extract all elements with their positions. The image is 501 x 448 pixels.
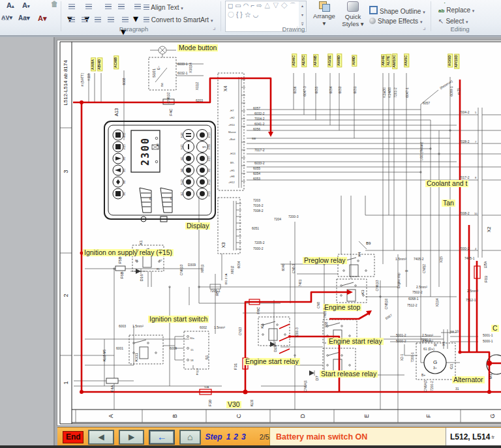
shape-glyph[interactable]: ◠	[243, 2, 251, 9]
step-word: Step	[205, 432, 222, 441]
sheet-frame	[60, 42, 501, 424]
alternator-g1-box	[416, 343, 455, 380]
columns-button[interactable]: ▾	[120, 13, 134, 25]
step-2[interactable]: 2	[234, 432, 238, 441]
window-bottom-edge	[0, 445, 501, 448]
numbering-button[interactable]: ▾	[84, 0, 97, 12]
back-arrow-icon: ←	[157, 434, 167, 440]
lcd-readout: 2300	[131, 130, 160, 172]
grow-font-button[interactable]: A▴	[7, 1, 14, 9]
step-1[interactable]: 1	[226, 432, 231, 441]
connector-x3	[218, 198, 240, 254]
shape-outline-button[interactable]: Shape Outline ▾	[369, 6, 425, 15]
model-section: L512, L514 fr	[446, 428, 501, 446]
ribbon: A▴ A▾ A̲V̲▾ Aa▾ A▾ 🗑 ▾ ▾ ▾ ▾ Align Text …	[0, 0, 501, 37]
instrument-panel-a13	[104, 121, 215, 222]
back-button[interactable]: ←	[149, 430, 174, 445]
prev-icon: ◀	[99, 432, 104, 441]
select-icon: ↖	[438, 18, 444, 25]
page-indicator: 2/5	[260, 433, 269, 441]
bullets-button[interactable]: ▾	[67, 0, 80, 12]
fuse-f6b	[115, 266, 125, 271]
ignition-switch-s1	[184, 331, 209, 369]
replace-button[interactable]: abReplace ▾	[438, 7, 474, 14]
shape-glyph[interactable]: ☆	[245, 11, 253, 18]
gauge-p6	[140, 188, 151, 213]
step-indicator: Step 123 2/5	[205, 432, 269, 441]
align-center-button[interactable]	[80, 13, 93, 25]
training-nav-bar: End ◀ ▶ ← ⌂ Step 123 2/5 Battery main sw…	[57, 427, 501, 446]
relay-k311	[129, 335, 163, 364]
shape-glyph[interactable]: ⌒	[290, 2, 298, 9]
paragraph-dialog-launcher[interactable]: ⌟	[213, 23, 216, 31]
replace-icon: ab	[438, 8, 444, 14]
shape-effects-icon	[369, 18, 376, 24]
arrow-right-indicator-icon	[115, 157, 121, 160]
shape-glyph[interactable]: ▽	[273, 2, 281, 9]
align-text-button[interactable]: Align Text ▾	[142, 4, 183, 12]
drawing-group-label: Drawing	[261, 25, 326, 33]
end-button[interactable]: End	[63, 431, 84, 443]
find-button-cropped[interactable]: ab	[441, 0, 449, 3]
prev-button[interactable]: ◀	[88, 430, 114, 445]
select-button[interactable]: ↖Select ▾	[438, 18, 468, 25]
indent-increase-button[interactable]	[116, 0, 130, 12]
shape-glyph[interactable]: 〇	[228, 11, 236, 18]
status-section: Battery main switch ON	[269, 428, 446, 446]
pane-divider[interactable]	[53, 37, 55, 445]
arrow-left-indicator-icon	[115, 168, 121, 172]
shape-glyph[interactable]: △	[264, 2, 273, 9]
paragraph-group-label: Paragraph	[98, 25, 170, 33]
slide-canvas[interactable]: Mode buttonDisplayIgnition on supply rel…	[57, 40, 501, 425]
home-button[interactable]: ⌂	[179, 430, 201, 445]
next-button[interactable]: ▶	[119, 430, 144, 445]
model-label: L512, L514	[450, 432, 490, 441]
align-right-button[interactable]	[93, 13, 106, 25]
fuse-f4a	[106, 378, 118, 383]
shape-glyph[interactable]: ◻	[228, 2, 235, 9]
arrange-icon	[318, 1, 330, 11]
status-text: Battery main switch ON	[276, 432, 367, 441]
schematic-svg	[57, 40, 501, 426]
slides-pane[interactable]	[0, 37, 53, 445]
justify-button[interactable]	[106, 13, 119, 25]
drawing-dialog-launcher[interactable]: ⌟	[423, 23, 426, 31]
next-icon: ▶	[129, 432, 134, 441]
quick-styles-icon	[347, 1, 359, 12]
change-case-button[interactable]: Aa▾	[18, 14, 30, 22]
clear-formatting-icon[interactable]: 🗑	[51, 0, 58, 8]
gauge-p3	[160, 188, 172, 213]
shape-outline-icon	[369, 6, 378, 14]
editing-group-label: Editing	[431, 25, 489, 33]
component-boxes	[129, 46, 501, 380]
connector-x4	[218, 73, 244, 190]
model-suffix: fr	[491, 434, 494, 440]
font-color-button[interactable]: A▾	[38, 14, 46, 23]
indent-decrease-button[interactable]	[103, 0, 117, 12]
alternator-circle	[424, 351, 446, 374]
shape-glyph[interactable]: ◇	[281, 2, 290, 9]
convert-smartart-button[interactable]: Convert to SmartArt ▾	[142, 16, 213, 24]
character-spacing-button[interactable]: A̲V̲▾	[1, 14, 12, 21]
shape-glyph[interactable]: ⇨	[256, 2, 264, 9]
shrink-font-button[interactable]: A▾	[22, 1, 29, 9]
home-icon: ⌂	[187, 433, 192, 441]
step-3[interactable]: 3	[241, 432, 246, 441]
shape-effects-button[interactable]: Shape Effects ▾	[369, 18, 422, 25]
indicator-icon	[115, 132, 121, 138]
quick-styles-button[interactable]: Quick Styles ▾	[339, 0, 367, 31]
shape-glyph[interactable]: ▭	[235, 2, 243, 9]
wires-black	[74, 50, 501, 410]
shape-glyph[interactable]: ◡	[253, 11, 261, 18]
align-left-button[interactable]	[67, 13, 80, 25]
